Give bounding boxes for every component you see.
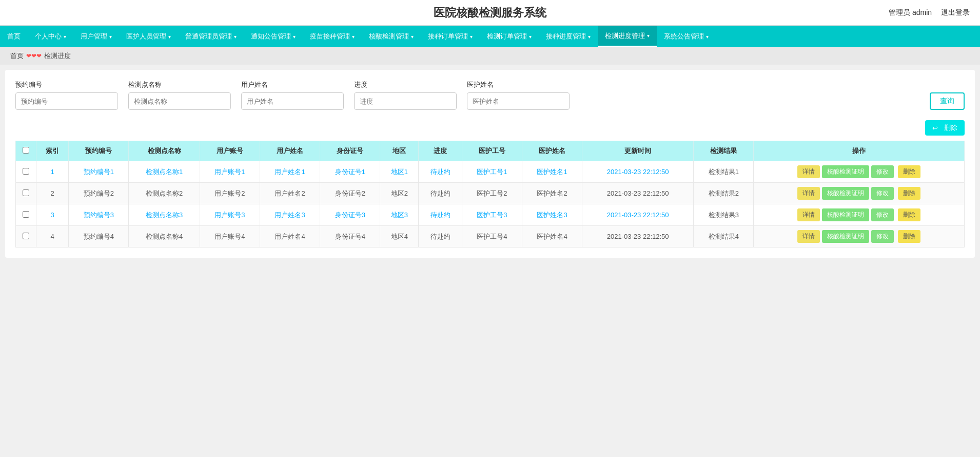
cell-progress[interactable]: 待赴约 xyxy=(419,204,462,226)
cell-username[interactable]: 用户姓名3 xyxy=(260,204,320,226)
nav-item-nurse-mgmt[interactable]: 医护人员管理 ▾ xyxy=(119,26,178,47)
cell-update_time[interactable]: 2021-03-23 22:12:50 xyxy=(582,161,694,183)
nav-item-notice-mgmt[interactable]: 通知公告管理 ▾ xyxy=(244,26,303,47)
main-content: 预约编号检测点名称用户姓名进度医护姓名查询 ↩ 删除 索引预约编号检测点名称用户… xyxy=(5,70,975,258)
cell-index: 4 xyxy=(36,226,69,247)
cell-id_card[interactable]: 身份证号3 xyxy=(320,204,380,226)
cell-nurse_id[interactable]: 医护工号1 xyxy=(462,161,522,183)
cell-progress[interactable]: 待赴约 xyxy=(419,161,462,183)
cell-nurse_id[interactable]: 医护工号3 xyxy=(462,204,522,226)
nav-arrow-general-mgmt: ▾ xyxy=(234,34,237,40)
detail-button[interactable]: 详情 xyxy=(797,165,820,178)
row-checkbox-2[interactable] xyxy=(23,211,29,218)
nav-item-personal[interactable]: 个人中心 ▾ xyxy=(28,26,73,47)
cell-nurse_name[interactable]: 医护姓名3 xyxy=(522,204,582,226)
nav-item-user-mgmt[interactable]: 用户管理 ▾ xyxy=(73,26,119,47)
detail-button[interactable]: 详情 xyxy=(797,187,820,200)
th-col-6: 地区 xyxy=(380,141,419,161)
nav-item-general-mgmt[interactable]: 普通管理员管理 ▾ xyxy=(178,26,244,47)
delete-button[interactable]: 删除 xyxy=(898,208,920,221)
nav-item-home[interactable]: 首页 xyxy=(0,26,28,47)
logout-btn[interactable]: 退出登录 xyxy=(941,8,970,16)
th-col-3: 用户账号 xyxy=(200,141,260,161)
table-row: 3预约编号3检测点名称3用户账号3用户姓名3身份证号3地区3待赴约医护工号3医护… xyxy=(16,204,965,226)
cell-progress: 待赴约 xyxy=(419,226,462,247)
nav-arrow-system-notice: ▾ xyxy=(706,34,709,40)
edit-button[interactable]: 修改 xyxy=(871,208,894,221)
cert-button[interactable]: 核酸检测证明 xyxy=(822,230,869,243)
nav-arrow-notice-mgmt: ▾ xyxy=(293,34,296,40)
input-nurse-name[interactable] xyxy=(467,92,570,110)
nav-item-vaccine-mgmt[interactable]: 疫苗接种管理 ▾ xyxy=(303,26,362,47)
nav-arrow-test-mgmt: ▾ xyxy=(411,34,414,40)
cell-nurse_name: 医护姓名4 xyxy=(522,226,582,247)
nav-arrow-vaccine-mgmt: ▾ xyxy=(352,34,355,40)
cell-index[interactable]: 3 xyxy=(36,204,69,226)
input-progress[interactable] xyxy=(354,92,457,110)
breadcrumb-home[interactable]: 首页 xyxy=(10,51,24,61)
input-username[interactable] xyxy=(241,92,344,110)
detail-button[interactable]: 详情 xyxy=(797,230,820,243)
row-checkbox-0[interactable] xyxy=(23,168,29,175)
cell-update_time[interactable]: 2021-03-23 22:12:50 xyxy=(582,204,694,226)
cell-booking_no[interactable]: 预约编号1 xyxy=(69,161,129,183)
table-row: 1预约编号1检测点名称1用户账号1用户姓名1身份证号1地区1待赴约医护工号1医护… xyxy=(16,161,965,183)
cell-nurse_name[interactable]: 医护姓名1 xyxy=(522,161,582,183)
delete-button[interactable]: 删除 xyxy=(898,165,920,178)
nav-item-system-notice[interactable]: 系统公告管理 ▾ xyxy=(657,26,716,47)
row-checkbox-3[interactable] xyxy=(23,233,29,239)
nav-item-test-mgmt[interactable]: 核酸检测管理 ▾ xyxy=(362,26,421,47)
cell-region[interactable]: 地区3 xyxy=(380,204,419,226)
cell-test_result: 检测结果3 xyxy=(694,204,754,226)
cert-button[interactable]: 核酸检测证明 xyxy=(822,165,869,178)
nav-item-test-progress[interactable]: 检测进度管理 ▾ xyxy=(598,26,657,47)
cell-update_time: 2021-03-23 22:12:50 xyxy=(582,226,694,247)
cell-site_name[interactable]: 检测点名称3 xyxy=(129,204,200,226)
nav-item-test-order-mgmt[interactable]: 检测订单管理 ▾ xyxy=(480,26,539,47)
cell-nurse_id: 医护工号4 xyxy=(462,226,522,247)
cell-account[interactable]: 用户账号3 xyxy=(200,204,260,226)
data-table: 索引预约编号检测点名称用户账号用户姓名身份证号地区进度医护工号医护姓名更新时间检… xyxy=(15,141,965,247)
edit-button[interactable]: 修改 xyxy=(871,230,894,243)
cell-booking_no: 预约编号2 xyxy=(69,183,129,204)
row-checkbox-1[interactable] xyxy=(23,189,29,196)
delete-button[interactable]: 删除 xyxy=(898,187,920,200)
nav-arrow-nurse-mgmt: ▾ xyxy=(168,34,171,40)
cell-account[interactable]: 用户账号1 xyxy=(200,161,260,183)
cell-booking_no[interactable]: 预约编号3 xyxy=(69,204,129,226)
header: 医院核酸检测服务系统 管理员 admin 退出登录 xyxy=(0,0,980,26)
delete-button[interactable]: 删除 xyxy=(898,230,920,243)
edit-button[interactable]: 修改 xyxy=(871,187,894,200)
table-row: 4预约编号4检测点名称4用户账号4用户姓名4身份证号4地区4待赴约医护工号4医护… xyxy=(16,226,965,247)
cell-region[interactable]: 地区1 xyxy=(380,161,419,183)
form-group-progress: 进度 xyxy=(354,80,457,110)
delete-icon: ↩ xyxy=(932,124,938,132)
cell-id_card[interactable]: 身份证号1 xyxy=(320,161,380,183)
cert-button[interactable]: 核酸检测证明 xyxy=(822,208,869,221)
cell-site_name: 检测点名称4 xyxy=(129,226,200,247)
th-col-10: 更新时间 xyxy=(582,141,694,161)
batch-delete-button[interactable]: ↩ 删除 xyxy=(925,120,965,136)
nav-arrow-test-progress: ▾ xyxy=(647,33,650,39)
cell-username[interactable]: 用户姓名1 xyxy=(260,161,320,183)
input-site-name[interactable] xyxy=(128,92,231,110)
input-booking-no[interactable] xyxy=(15,92,118,110)
table-row: 2预约编号2检测点名称2用户账号2用户姓名2身份证号2地区2待赴约医护工号2医护… xyxy=(16,183,965,204)
cell-actions: 详情 核酸检测证明 修改 删除 xyxy=(754,161,965,183)
cell-index[interactable]: 1 xyxy=(36,161,69,183)
nav-item-vaccine-progress[interactable]: 接种进度管理 ▾ xyxy=(539,26,598,47)
cell-index: 2 xyxy=(36,183,69,204)
edit-button[interactable]: 修改 xyxy=(871,165,894,178)
cert-button[interactable]: 核酸检测证明 xyxy=(822,187,869,200)
query-button[interactable]: 查询 xyxy=(930,92,965,110)
user-label: 管理员 admin xyxy=(889,8,932,16)
select-all-checkbox[interactable] xyxy=(23,147,29,154)
cell-test_result: 检测结果2 xyxy=(694,183,754,204)
search-form: 预约编号检测点名称用户姓名进度医护姓名查询 xyxy=(15,80,965,110)
cell-nurse_name: 医护姓名2 xyxy=(522,183,582,204)
form-group-nurse-name: 医护姓名 xyxy=(467,80,570,110)
form-group-username: 用户姓名 xyxy=(241,80,344,110)
nav-item-order-mgmt[interactable]: 接种订单管理 ▾ xyxy=(421,26,480,47)
cell-site_name[interactable]: 检测点名称1 xyxy=(129,161,200,183)
detail-button[interactable]: 详情 xyxy=(797,208,820,221)
